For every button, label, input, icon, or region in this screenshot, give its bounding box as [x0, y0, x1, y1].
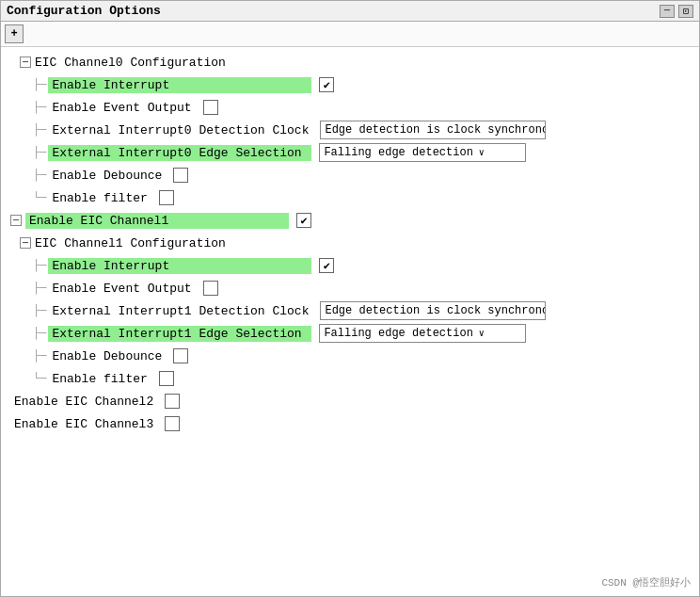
config-tree: ─ EIC Channel0 Configuration ├─ Enable I…	[1, 47, 699, 439]
channel3-enable-row: Enable EIC Channel3	[7, 412, 693, 435]
connector-icon6: └─	[33, 191, 46, 204]
channel1-enable-interrupt-row: ├─ Enable Interrupt ✔	[7, 254, 693, 277]
channel1-filter-checkbox[interactable]	[159, 371, 174, 386]
window-controls: ─ ⊡	[660, 5, 693, 18]
channel1-enable-event-checkbox[interactable]	[203, 281, 218, 296]
c1-connector-icon6: └─	[33, 372, 46, 385]
channel1-detection-clock-value: Edge detection is clock synchrono	[320, 301, 546, 320]
channel0-enable-event-label: Enable Event Output	[48, 100, 195, 116]
channel0-detection-clock-row: ├─ External Interrupt0 Detection Clock E…	[7, 119, 693, 141]
title-bar: Configuration Options ─ ⊡	[1, 1, 699, 22]
channel0-header-label: EIC Channel0 Configuration	[35, 56, 226, 70]
channel1-enable-row: ─ Enable EIC Channel1 ✔	[7, 209, 693, 232]
channel3-enable-label: Enable EIC Channel3	[10, 416, 157, 432]
channel1-filter-row: └─ Enable filter	[7, 367, 693, 390]
channel1-edge-selection-value: Falling edge detection	[324, 327, 472, 340]
c1-connector-icon5: ├─	[33, 349, 46, 363]
channel1-dropdown-arrow: ∨	[479, 328, 485, 339]
channel0-filter-checkbox[interactable]	[159, 190, 174, 205]
channel0-edge-selection-row: ├─ External Interrupt0 Edge Selection Fa…	[7, 141, 693, 164]
connector-icon3: ├─	[33, 123, 46, 137]
c1-connector-icon4: ├─	[33, 327, 46, 340]
channel1-detection-clock-label: External Interrupt1 Detection Clock	[48, 303, 312, 319]
channel1-collapse-icon[interactable]: ─	[10, 215, 22, 226]
channel1-enable-event-row: ├─ Enable Event Output	[7, 277, 693, 299]
channel0-filter-label: Enable filter	[48, 190, 151, 206]
channel0-dropdown-arrow: ∨	[479, 147, 485, 158]
channel0-collapse-icon[interactable]: ─	[20, 56, 31, 68]
channel0-detection-clock-label: External Interrupt0 Detection Clock	[48, 122, 312, 138]
c1-connector-icon2: ├─	[33, 282, 46, 295]
watermark-text: CSDN @悟空胆好小	[601, 575, 691, 589]
connector-icon4: ├─	[33, 146, 46, 159]
c1-connector-icon: ├─	[33, 259, 46, 272]
channel2-enable-checkbox[interactable]	[165, 394, 180, 409]
channel1-debounce-row: ├─ Enable Debounce	[7, 345, 693, 367]
restore-button[interactable]: ⊡	[678, 5, 693, 18]
channel1-header-collapse-icon[interactable]: ─	[20, 237, 31, 249]
add-button[interactable]: +	[5, 24, 24, 43]
toolbar: +	[1, 22, 699, 47]
channel2-enable-row: Enable EIC Channel2	[7, 390, 693, 412]
channel1-header-row: ─ EIC Channel1 Configuration	[7, 232, 693, 254]
channel0-debounce-label: Enable Debounce	[48, 168, 166, 184]
channel0-edge-selection-value: Falling edge detection	[324, 146, 472, 159]
connector-icon5: ├─	[33, 169, 46, 182]
channel1-edge-selection-label: External Interrupt1 Edge Selection	[48, 326, 311, 342]
main-window: Configuration Options ─ ⊡ + ─ EIC Channe…	[0, 0, 700, 597]
channel1-filter-label: Enable filter	[48, 371, 151, 387]
channel0-debounce-checkbox[interactable]	[173, 168, 188, 183]
channel0-filter-row: └─ Enable filter	[7, 186, 693, 209]
channel1-enable-interrupt-checkbox[interactable]: ✔	[319, 258, 334, 273]
channel0-debounce-row: ├─ Enable Debounce	[7, 164, 693, 186]
channel1-detection-clock-row: ├─ External Interrupt1 Detection Clock E…	[7, 299, 693, 322]
channel1-edge-selection-row: ├─ External Interrupt1 Edge Selection Fa…	[7, 322, 693, 345]
minimize-button[interactable]: ─	[660, 5, 675, 18]
channel0-enable-event-row: ├─ Enable Event Output	[7, 96, 693, 119]
channel0-header-row: ─ EIC Channel0 Configuration	[7, 51, 693, 73]
channel1-edge-selection-dropdown[interactable]: Falling edge detection ∨	[319, 324, 526, 343]
channel0-edge-selection-dropdown[interactable]: Falling edge detection ∨	[319, 143, 526, 162]
channel1-debounce-checkbox[interactable]	[173, 348, 188, 363]
channel1-debounce-label: Enable Debounce	[48, 348, 166, 364]
window-title: Configuration Options	[7, 4, 161, 18]
channel1-enable-interrupt-label: Enable Interrupt	[48, 258, 311, 274]
channel0-enable-interrupt-checkbox[interactable]: ✔	[319, 77, 334, 92]
channel3-enable-checkbox[interactable]	[165, 416, 180, 431]
channel0-edge-selection-label: External Interrupt0 Edge Selection	[48, 145, 311, 161]
channel2-enable-label: Enable EIC Channel2	[10, 394, 157, 410]
channel1-enable-checkbox[interactable]: ✔	[296, 213, 311, 228]
channel1-enable-event-label: Enable Event Output	[48, 281, 195, 297]
connector-icon2: ├─	[33, 101, 46, 114]
c1-connector-icon3: ├─	[33, 304, 46, 317]
connector-icon: ├─	[33, 78, 46, 91]
channel0-enable-interrupt-row: ├─ Enable Interrupt ✔	[7, 73, 693, 96]
channel1-header-label: EIC Channel1 Configuration	[35, 236, 226, 250]
channel0-enable-event-checkbox[interactable]	[203, 100, 218, 115]
channel0-enable-interrupt-label: Enable Interrupt	[48, 77, 311, 93]
channel1-enable-label: Enable EIC Channel1	[25, 213, 289, 229]
channel0-detection-clock-value: Edge detection is clock synchrono	[320, 121, 546, 139]
